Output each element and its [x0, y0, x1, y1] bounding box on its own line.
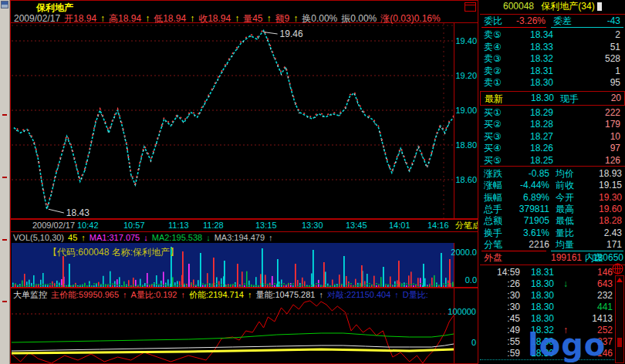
stat-row: 振幅6.89%今开19.30 [480, 192, 625, 204]
monitor-panel: 大单监控主价能:59950.965↑A量比:0.192↑价能:2194.714↑… [10, 288, 478, 364]
monitor-stat-segment: 大单监控 [13, 289, 47, 300]
tick-chart[interactable]: 19.4618.43 [12, 23, 454, 218]
stat-label: 今开 [556, 192, 574, 204]
ask-row-label: 卖⑤ [484, 29, 502, 41]
stat-label: 最高 [556, 204, 574, 215]
monitor-stat-segment: ↑ [181, 289, 185, 300]
monitor-stat-segment: ↑ [394, 289, 399, 300]
tick-time: :45 [486, 313, 520, 325]
vol-indicator-segment: ↓ [206, 232, 211, 243]
vol-indicator-segment: MA1:317.075 [90, 232, 140, 243]
stat-label: 最低 [556, 215, 574, 227]
stat-value: 171 [582, 239, 622, 251]
tick-volume: 1413 [569, 313, 613, 325]
stat-value: 2.43 [582, 228, 622, 239]
vol-indicator-row: VOL(5,10,30)45↑MA1:317.075↓MA2:195.538↓M… [10, 232, 478, 243]
tick-time: :49 [486, 325, 520, 336]
stat-value: 6.89% [507, 192, 549, 204]
vol-indicator-segment: MA3:194.479 [215, 232, 265, 243]
ask-row: 卖⑤18.342 [480, 29, 625, 41]
panel-divider [478, 0, 478, 364]
monitor-axis-min: 0 [445, 338, 476, 347]
tick-time: 14:59 [486, 267, 520, 278]
strip-mark [2, 301, 7, 302]
header-date: 2009/02/17 [14, 13, 60, 24]
axis-date: 2009/02/17 [32, 220, 75, 231]
tick-time: :30 [486, 290, 520, 302]
stat-row: 总手379811最高19.60 [480, 204, 625, 215]
bid-row: 买①18.29222 [480, 107, 625, 119]
ask-row-volume: 1 [557, 66, 620, 77]
stat-value: 379811 [507, 204, 549, 215]
waipan-value: 199161 [515, 252, 582, 264]
bid-row-price: 18.29 [511, 107, 553, 119]
window-restore-icon[interactable] [465, 2, 476, 12]
monitor-chart[interactable] [12, 300, 454, 363]
globe-icon[interactable] [612, 263, 623, 275]
stat-value: 2216 [507, 239, 549, 251]
stat-label: 量比 [556, 228, 574, 239]
tick-time: :55 [486, 336, 520, 348]
time-axis-label: 10:57 [123, 220, 145, 231]
weicha-value: -43 [580, 15, 620, 27]
left-edge-scrollbar[interactable] [0, 0, 10, 364]
stat-row: 涨跌-0.85均价18.93 [480, 168, 625, 180]
tick-row[interactable]: :3018.30441 [480, 302, 614, 313]
time-axis-label: 11:28 [203, 220, 224, 231]
tick-row[interactable]: 14:5918.31146 [480, 267, 614, 278]
ask-row: 卖②18.311 [480, 66, 625, 77]
xianshou-value: 20 [581, 93, 621, 103]
stat-row: 换手3.61%量比2.43 [480, 228, 625, 239]
app-mini-icon[interactable] [1, 1, 8, 8]
stat-label: 前收 [556, 180, 574, 191]
ask-row-volume: 528 [557, 53, 620, 65]
time-axis-label: 14:16 [427, 220, 449, 231]
stat-label: 总额 [484, 215, 502, 227]
scroll-thumb[interactable] [617, 338, 622, 347]
monitor-stat-segment: A量比:0.192 [131, 289, 177, 300]
monitor-stat-segment: ↑ [248, 289, 252, 300]
text-cursor [597, 2, 602, 11]
stat-label: 均量 [556, 239, 574, 251]
ask-row-label: 卖① [484, 77, 502, 89]
ask-row: 卖④18.3351 [480, 42, 625, 53]
time-axis-label: 11:13 [168, 220, 189, 231]
monitor-stat-segment: 主价能:59950.965 [51, 289, 119, 300]
waipan-neipan-row: 外盘 199161 内盘 180650 [480, 252, 625, 264]
bid-row-label: 买② [484, 119, 502, 130]
stat-label: 涨跌 [484, 168, 502, 180]
ohlc-segment: ↑ [235, 13, 239, 24]
tick-row[interactable]: :4518.301413 [480, 313, 614, 325]
vol-indicator-segment: ↑ [269, 232, 273, 243]
tick-scrollbar[interactable] [615, 275, 624, 363]
weicha-underline [551, 27, 623, 28]
monitor-axis-max: 100000 [445, 307, 476, 316]
code-watermark: 【代码:600048 名称:保利地产】 [48, 246, 179, 259]
scroll-up-arrow[interactable] [617, 278, 623, 282]
stat-value: 19.30 [582, 192, 622, 204]
tick-price: 18.31 [531, 267, 554, 278]
tick-row[interactable]: :3018.30232 [480, 290, 614, 302]
bid-row-volume: 126 [557, 155, 620, 167]
monitor-stat-segment: ↑ [319, 289, 323, 300]
bid-row-price: 18.27 [511, 131, 553, 143]
monitor-header: 大单监控主价能:59950.965↑A量比:0.192↑价能:2194.714↑… [13, 289, 476, 300]
bid-row-price: 18.25 [511, 155, 553, 167]
stat-value: 71905 [507, 215, 549, 227]
stat-value: -4.44% [507, 180, 549, 191]
logo-watermark: logo [528, 327, 606, 362]
bid-row-price: 18.28 [511, 119, 553, 130]
xianshou-label: 现手 [560, 93, 579, 106]
tick-row[interactable]: :2618.30↓643 [480, 278, 614, 290]
tick-view-label: 分笔成交 [455, 220, 478, 231]
vol-indicator-segment: ↑ [81, 232, 86, 243]
waipan-underline [481, 251, 546, 251]
separator [480, 14, 625, 15]
chart-header: 保利地产 2009/02/17开18.94↑高18.94↑低18.94↑收18.… [10, 0, 478, 23]
chart-column: 保利地产 2009/02/17开18.94↑高18.94↑低18.94↑收18.… [10, 0, 478, 364]
tick-volume: 643 [569, 278, 613, 290]
stat-value: 19.15 [582, 180, 622, 191]
stat-label: 总手 [484, 204, 502, 215]
tick-arrow-icon: ↓ [563, 278, 568, 290]
bid-row-volume: 179 [557, 119, 620, 130]
